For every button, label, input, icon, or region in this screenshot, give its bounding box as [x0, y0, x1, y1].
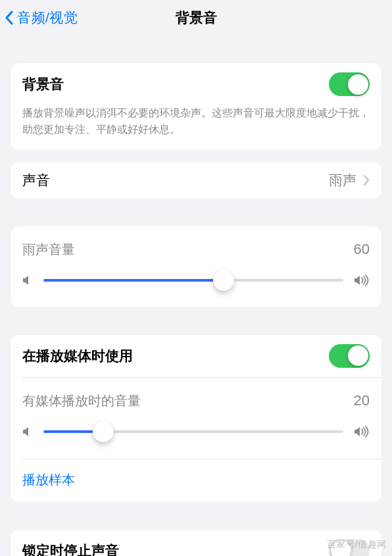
label-stop-on-lock: 锁定时停止声音 [22, 542, 329, 556]
slider-row-volume [11, 263, 381, 307]
card-master: 背景音 播放背景噪声以消弭不必要的环境杂声。这些声音可最大限度地减少干扰，助您更… [11, 63, 381, 150]
row-stop-on-lock: 锁定时停止声音 [11, 530, 381, 556]
slider-fill [43, 279, 224, 282]
footnote-background-sound: 播放背景噪声以消弭不必要的环境杂声。这些声音可最大限度地减少干扰，助您更加专注、… [11, 105, 381, 150]
slider-volume[interactable] [43, 270, 343, 290]
card-lock: 锁定时停止声音 [11, 530, 381, 556]
row-use-with-media: 在播放媒体时使用 [11, 335, 381, 377]
label-background-sound: 背景音 [22, 75, 329, 93]
value-volume: 60 [354, 241, 370, 258]
play-sample-button[interactable]: 播放样本 [22, 472, 75, 487]
toggle-knob [348, 74, 368, 95]
media-volume-header: 有媒体播放时的音量 20 [11, 378, 381, 414]
chevron-right-icon [363, 174, 370, 186]
speaker-low-icon [22, 426, 33, 438]
label-use-with-media: 在播放媒体时使用 [22, 347, 329, 365]
row-sound[interactable]: 声音 雨声 [11, 162, 381, 199]
value-media-volume: 20 [354, 392, 370, 409]
speaker-high-icon [354, 426, 370, 438]
slider-row-media [11, 414, 381, 459]
card-media: 在播放媒体时使用 有媒体播放时的音量 20 [11, 335, 381, 502]
card-sound: 声音 雨声 [11, 162, 381, 199]
toggle-knob [348, 345, 368, 366]
slider-thumb[interactable] [93, 421, 114, 442]
card-volume: 雨声音量 60 [11, 226, 381, 307]
watermark: 百家号/倍趣网 [327, 539, 387, 551]
speaker-low-icon [22, 274, 33, 286]
toggle-background-sound[interactable] [329, 72, 370, 96]
back-label: 音频/视觉 [17, 9, 78, 27]
volume-header: 雨声音量 60 [11, 226, 381, 263]
back-button[interactable]: 音频/视觉 [0, 9, 78, 27]
label-sound: 声音 [22, 171, 329, 190]
toggle-use-with-media[interactable] [329, 344, 370, 368]
row-background-sound-toggle: 背景音 [11, 63, 381, 105]
slider-thumb[interactable] [213, 270, 234, 291]
speaker-high-icon [354, 274, 370, 286]
label-volume: 雨声音量 [22, 241, 75, 259]
value-sound: 雨声 [329, 171, 356, 190]
chevron-left-icon [4, 10, 14, 26]
label-media-volume: 有媒体播放时的音量 [22, 392, 141, 410]
slider-media-volume[interactable] [43, 422, 343, 442]
row-play-sample[interactable]: 播放样本 [11, 459, 381, 502]
navbar: 音频/视觉 背景音 [0, 0, 392, 36]
